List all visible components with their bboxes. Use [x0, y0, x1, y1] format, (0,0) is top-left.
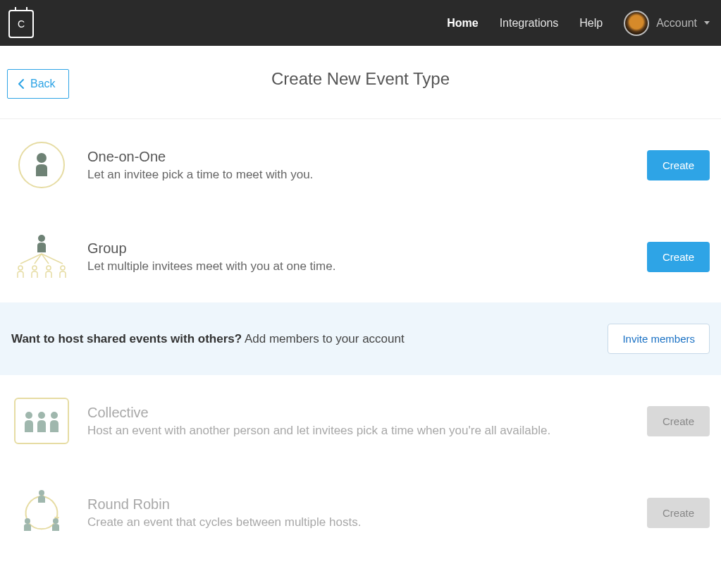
create-one-on-one-button[interactable]: Create — [647, 150, 710, 180]
svg-point-7 — [18, 266, 23, 270]
back-button[interactable]: Back — [7, 69, 69, 99]
chevron-left-icon — [18, 78, 25, 90]
app-logo[interactable]: C — [8, 10, 34, 38]
event-desc: Create an event that cycles between mult… — [87, 515, 633, 529]
invite-members-button[interactable]: Invite members — [608, 324, 710, 354]
svg-point-8 — [32, 266, 37, 270]
group-icon — [10, 232, 73, 281]
nav-help[interactable]: Help — [579, 17, 603, 30]
chevron-down-icon — [704, 21, 710, 25]
event-title: Round Robin — [87, 496, 633, 513]
svg-point-13 — [51, 412, 58, 419]
account-menu[interactable]: Account — [624, 11, 710, 36]
svg-point-15 — [25, 518, 30, 524]
svg-point-9 — [47, 266, 51, 270]
banner-text: Want to host shared events with others? … — [11, 332, 405, 346]
svg-point-10 — [61, 266, 65, 270]
top-nav: Home Integrations Help Account — [447, 11, 710, 36]
event-type-one-on-one: One-on-One Let an invitee pick a time to… — [0, 119, 721, 211]
event-desc: Host an event with another person and le… — [87, 424, 633, 438]
event-title: Group — [87, 240, 633, 257]
nav-home[interactable]: Home — [447, 17, 478, 30]
logo-letter: C — [18, 18, 25, 30]
create-group-button[interactable]: Create — [647, 242, 710, 272]
event-desc: Let multiple invitees meet with you at o… — [87, 259, 633, 274]
svg-point-11 — [25, 412, 32, 419]
round-robin-icon — [10, 488, 73, 537]
event-desc: Let an invitee pick a time to meet with … — [87, 168, 633, 182]
avatar — [624, 11, 649, 36]
collective-icon — [10, 396, 73, 446]
account-label: Account — [656, 17, 697, 30]
create-collective-button: Create — [647, 406, 710, 436]
event-type-collective: Collective Host an event with another pe… — [0, 375, 721, 467]
svg-point-1 — [37, 153, 47, 163]
create-round-robin-button: Create — [647, 498, 710, 528]
nav-integrations[interactable]: Integrations — [500, 17, 559, 30]
svg-point-2 — [38, 235, 45, 242]
svg-point-16 — [53, 518, 58, 524]
event-type-group: Group Let multiple invitees meet with yo… — [0, 211, 721, 302]
banner-rest: Add members to your account — [242, 332, 405, 345]
page-title: Create New Event Type — [7, 69, 714, 89]
svg-point-12 — [38, 412, 45, 419]
banner-strong: Want to host shared events with others? — [11, 332, 242, 345]
event-title: One-on-One — [87, 149, 633, 165]
back-label: Back — [30, 78, 56, 90]
svg-point-14 — [39, 490, 44, 496]
shared-events-banner: Want to host shared events with others? … — [0, 302, 721, 375]
event-type-round-robin: Round Robin Create an event that cycles … — [0, 467, 721, 558]
one-on-one-icon — [10, 140, 73, 190]
event-title: Collective — [87, 405, 633, 421]
